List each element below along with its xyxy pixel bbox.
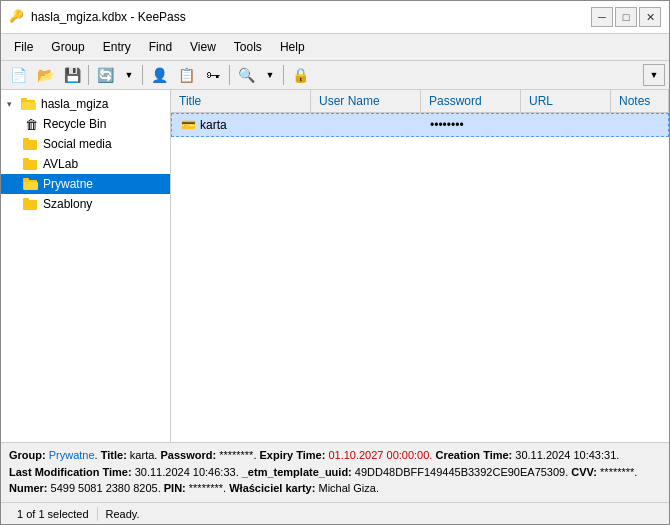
add-user-button[interactable]: 👤: [146, 63, 172, 87]
menu-view[interactable]: View: [181, 36, 225, 58]
cell-title: 💳 karta: [172, 114, 312, 136]
menu-group[interactable]: Group: [42, 36, 93, 58]
col-header-username[interactable]: User Name: [311, 90, 421, 112]
col-header-password[interactable]: Password: [421, 90, 521, 112]
owner-label: Właściciel karty:: [229, 482, 315, 494]
col-header-title[interactable]: Title: [171, 90, 311, 112]
sidebar-item-recycle-bin[interactable]: 🗑 Recycle Bin: [1, 114, 170, 134]
detail-line-1: Group: Prywatne. Title: karta. Password:…: [9, 447, 661, 464]
content-pane: Title User Name Password URL Notes 💳 kar…: [171, 90, 669, 442]
table-header: Title User Name Password URL Notes: [171, 90, 669, 113]
sync-button[interactable]: 🔄: [92, 63, 118, 87]
sidebar-item-szablony[interactable]: Szablony: [1, 194, 170, 214]
svg-rect-4: [23, 138, 29, 141]
sidebar-root-label: hasla_mgiza: [41, 97, 108, 111]
numer-label: Numer:: [9, 482, 48, 494]
menu-find[interactable]: Find: [140, 36, 181, 58]
search-button[interactable]: 🔍: [233, 63, 259, 87]
table-row[interactable]: 💳 karta ••••••••: [171, 113, 669, 137]
save-button[interactable]: 💾: [59, 63, 85, 87]
group-label: Group:: [9, 449, 46, 461]
tree-arrow-root: ▾: [7, 99, 17, 109]
sidebar-item-social-media[interactable]: Social media: [1, 134, 170, 154]
svg-rect-5: [23, 160, 37, 170]
sidebar-item-root[interactable]: ▾ hasla_mgiza: [1, 94, 170, 114]
cell-username: [312, 122, 422, 128]
mod-label: Last Modification Time:: [9, 466, 132, 478]
szablony-folder-icon: [23, 196, 39, 212]
cell-url: [522, 122, 612, 128]
toolbar-separator-2: [142, 65, 143, 85]
toolbar-separator-4: [283, 65, 284, 85]
toolbar-separator-3: [229, 65, 230, 85]
maximize-button[interactable]: □: [615, 7, 637, 27]
details-bar: Group: Prywatne. Title: karta. Password:…: [1, 442, 669, 502]
mod-value: 30.11.2024 10:46:33.: [135, 466, 239, 478]
cvv-value: ********.: [600, 466, 637, 478]
minimize-button[interactable]: ─: [591, 7, 613, 27]
cell-notes: [612, 122, 668, 128]
svg-rect-2: [22, 102, 36, 110]
pin-label: PIN:: [164, 482, 186, 494]
table-body: 💳 karta ••••••••: [171, 113, 669, 442]
copy-button[interactable]: 📋: [173, 63, 199, 87]
svg-rect-8: [23, 178, 29, 181]
app-icon: 🔑: [9, 9, 25, 25]
sidebar-szablony-label: Szablony: [43, 197, 92, 211]
col-header-notes[interactable]: Notes: [611, 90, 669, 112]
toolbar-more-button[interactable]: ▼: [643, 64, 665, 86]
title-label: Title:: [101, 449, 127, 461]
sidebar: ▾ hasla_mgiza 🗑 Recycle Bin: [1, 90, 171, 442]
password-value: ********.: [219, 449, 256, 461]
new-button[interactable]: 📄: [5, 63, 31, 87]
social-media-folder-icon: [23, 136, 39, 152]
cell-password: ••••••••: [422, 115, 522, 135]
menu-file[interactable]: File: [5, 36, 42, 58]
detail-line-2: Last Modification Time: 30.11.2024 10:46…: [9, 464, 661, 481]
detail-sep1: .: [95, 449, 98, 461]
menu-help[interactable]: Help: [271, 36, 314, 58]
creation-label: Creation Time:: [435, 449, 512, 461]
open-button[interactable]: 📂: [32, 63, 58, 87]
sidebar-item-avlab[interactable]: AVLab: [1, 154, 170, 174]
expiry-label: Expiry Time:: [260, 449, 326, 461]
window-title: hasla_mgiza.kdbx - KeePass: [31, 10, 186, 24]
root-folder-icon: [21, 96, 37, 112]
numer-value: 5499 5081 2380 8205.: [51, 482, 161, 494]
group-value-link[interactable]: Prywatne: [49, 449, 95, 461]
owner-value: Michal Giza.: [318, 482, 379, 494]
entry-icon: 💳: [180, 117, 196, 133]
toolbar-separator-1: [88, 65, 89, 85]
status-bar: 1 of 1 selected Ready.: [1, 502, 669, 524]
lock-button[interactable]: 🔒: [287, 63, 313, 87]
toolbar: 📄 📂 💾 🔄 ▼ 👤 📋 🗝 🔍 ▼ 🔒 ▼: [1, 61, 669, 90]
title-value: karta.: [130, 449, 158, 461]
detail-line-3: Numer: 5499 5081 2380 8205. PIN: *******…: [9, 480, 661, 497]
status-selection: 1 of 1 selected: [9, 507, 98, 521]
expiry-value: 01.10.2027 00:00:00.: [328, 449, 432, 461]
recycle-bin-icon: 🗑: [23, 116, 39, 132]
avlab-folder-icon: [23, 156, 39, 172]
main-window: 🔑 hasla_mgiza.kdbx - KeePass ─ □ ✕ File …: [0, 0, 670, 525]
menu-entry[interactable]: Entry: [94, 36, 140, 58]
cvv-label: CVV:: [571, 466, 597, 478]
close-button[interactable]: ✕: [639, 7, 661, 27]
creation-value: 30.11.2024 10:43:31.: [515, 449, 619, 461]
password-label: Password:: [160, 449, 216, 461]
cell-title-text: karta: [200, 118, 227, 132]
sidebar-item-prywatne[interactable]: Prywatne: [1, 174, 170, 194]
svg-rect-1: [21, 98, 27, 101]
uuid-value: 49DD48DBFF149445B3392CE90EA75309.: [355, 466, 568, 478]
menu-tools[interactable]: Tools: [225, 36, 271, 58]
add-entry-button[interactable]: 🗝: [200, 63, 226, 87]
sidebar-recycle-label: Recycle Bin: [43, 117, 106, 131]
sync-dropdown[interactable]: ▼: [119, 63, 139, 87]
uuid-label: _etm_template_uuid:: [242, 466, 352, 478]
window-controls: ─ □ ✕: [591, 7, 661, 27]
title-bar-left: 🔑 hasla_mgiza.kdbx - KeePass: [9, 9, 186, 25]
svg-rect-11: [23, 198, 29, 201]
search-dropdown[interactable]: ▼: [260, 63, 280, 87]
col-header-url[interactable]: URL: [521, 90, 611, 112]
pin-value: ********.: [189, 482, 226, 494]
menu-bar: File Group Entry Find View Tools Help: [1, 34, 669, 61]
